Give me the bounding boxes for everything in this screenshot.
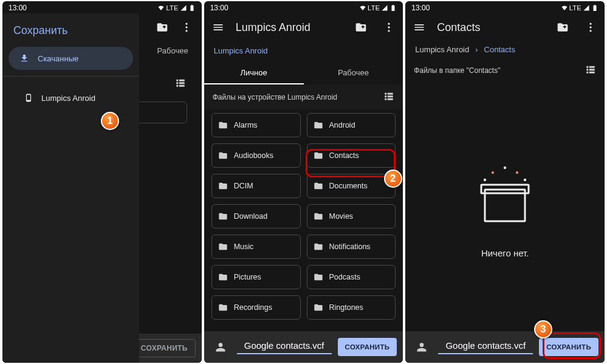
- phone-screen-3: 13:00 LTE Contacts Lumpics Anroid › Cont…: [405, 1, 605, 363]
- app-bar: Contacts: [405, 13, 605, 41]
- bottom-bar: Google contacts.vcf СОХРАНИТЬ: [204, 331, 403, 363]
- new-folder-icon[interactable]: [152, 17, 173, 38]
- breadcrumb-root[interactable]: Lumpics Anroid: [415, 45, 469, 54]
- new-folder-icon[interactable]: [351, 17, 371, 38]
- svg-point-5: [484, 179, 486, 181]
- folder-label: Ringtones: [329, 303, 363, 312]
- save-button-disabled: СОХРАНИТЬ: [133, 339, 196, 357]
- network-label: LTE: [569, 4, 581, 12]
- folder-icon: [218, 303, 228, 312]
- folder-item-podcasts[interactable]: Podcasts: [307, 265, 396, 289]
- folder-item-alarms[interactable]: Alarms: [211, 113, 301, 137]
- folder-label: Music: [234, 242, 254, 251]
- status-bar: 13:00 LTE: [204, 1, 403, 13]
- tab-work[interactable]: Рабочее: [304, 62, 403, 84]
- folder-item-notifications[interactable]: Notifications: [307, 235, 396, 259]
- drawer-title: Сохранить: [2, 13, 139, 47]
- profile-icon[interactable]: [210, 337, 231, 357]
- folder-icon: [314, 120, 323, 130]
- drawer-downloads-label: Скачанные: [38, 54, 78, 63]
- bg-tab-work[interactable]: Рабочее: [157, 46, 188, 55]
- clock: 13:00: [210, 4, 228, 12]
- folder-item-audiobooks[interactable]: Audiobooks: [211, 143, 301, 168]
- drawer-item-device[interactable]: Lumpics Anroid: [19, 88, 122, 108]
- folder-item-recordings[interactable]: Recordings: [211, 295, 301, 320]
- folder-item-android[interactable]: Android: [307, 113, 396, 137]
- status-icons: LTE: [561, 4, 598, 12]
- breadcrumb: Lumpics Anroid: [204, 41, 403, 62]
- view-list-icon[interactable]: [585, 64, 596, 77]
- folder-label: Recordings: [234, 303, 272, 312]
- more-icon[interactable]: [176, 17, 197, 38]
- breadcrumb-leaf[interactable]: Contacts: [484, 45, 515, 54]
- folder-label: Download: [234, 212, 268, 221]
- folder-label: Audiobooks: [234, 151, 273, 160]
- menu-icon[interactable]: [409, 17, 430, 38]
- folder-icon: [314, 151, 323, 160]
- save-button[interactable]: СОХРАНИТЬ: [539, 338, 598, 356]
- folder-grid: AlarmsAndroidAudiobooksContactsDCIMDocum…: [204, 109, 403, 326]
- folder-icon: [218, 211, 228, 221]
- folder-label: Contacts: [329, 151, 359, 160]
- wifi-icon: [359, 4, 366, 12]
- drawer-item-downloads[interactable]: Скачанные: [9, 47, 133, 70]
- folder-icon: [314, 303, 323, 312]
- folder-item-download[interactable]: Download: [211, 204, 301, 228]
- folder-label: Podcasts: [329, 273, 360, 281]
- files-in-label: Файлы в папке "Contacts": [414, 66, 500, 75]
- tabs: Личное Рабочее: [204, 62, 403, 84]
- battery-icon: [188, 4, 196, 12]
- profile-icon[interactable]: [411, 337, 432, 357]
- filename-input[interactable]: Google contacts.vcf: [237, 340, 332, 354]
- folder-icon: [218, 181, 228, 191]
- tab-personal[interactable]: Личное: [204, 62, 304, 84]
- callout-3: 3: [534, 320, 552, 338]
- clock: 13:00: [9, 4, 27, 12]
- empty-box-icon: [465, 154, 544, 233]
- breadcrumb-link[interactable]: Lumpics Anroid: [214, 46, 268, 55]
- filename-input[interactable]: Google contacts.vcf: [438, 340, 533, 354]
- callout-1: 1: [101, 112, 119, 130]
- wifi-icon: [157, 4, 165, 12]
- download-icon: [19, 53, 29, 63]
- more-icon[interactable]: [379, 17, 399, 38]
- menu-icon[interactable]: [208, 17, 228, 38]
- phone-screen-1: 13:00 LTE Рабочее GA Downloads: [2, 1, 202, 363]
- folder-label: Pictures: [234, 273, 261, 281]
- folder-icon: [314, 242, 323, 252]
- network-label: LTE: [166, 4, 178, 12]
- folder-item-documents[interactable]: Documents: [307, 174, 396, 198]
- breadcrumb: Lumpics Anroid › Contacts: [405, 41, 605, 59]
- page-title: Lumpics Anroid: [236, 21, 344, 34]
- folder-icon: [218, 272, 228, 282]
- device-files-header: Файлы на устройстве Lumpics Anroid: [204, 84, 403, 109]
- svg-rect-0: [485, 190, 525, 221]
- folder-header: Файлы в папке "Contacts": [405, 59, 605, 81]
- empty-state: Ничего нет.: [405, 81, 605, 331]
- signal-icon: [180, 4, 187, 12]
- phone-icon: [24, 92, 33, 104]
- folder-item-movies[interactable]: Movies: [307, 204, 396, 228]
- battery-icon: [389, 4, 397, 12]
- folder-icon: [218, 151, 228, 160]
- svg-point-6: [524, 179, 526, 181]
- new-folder-icon[interactable]: [552, 17, 573, 38]
- more-icon[interactable]: [580, 17, 601, 38]
- status-icons: LTE: [359, 4, 397, 12]
- folder-icon: [314, 272, 323, 282]
- folder-item-pictures[interactable]: Pictures: [211, 265, 301, 289]
- folder-item-contacts[interactable]: Contacts: [307, 143, 396, 168]
- folder-item-dcim[interactable]: DCIM: [211, 174, 301, 198]
- drawer-device-label: Lumpics Anroid: [41, 94, 95, 103]
- folder-icon: [218, 242, 228, 252]
- view-list-icon[interactable]: [175, 77, 186, 91]
- view-list-icon[interactable]: [383, 91, 394, 103]
- folder-item-ringtones[interactable]: Ringtones: [307, 295, 396, 320]
- folder-icon: [314, 211, 323, 221]
- folder-item-music[interactable]: Music: [211, 235, 301, 259]
- save-button[interactable]: СОХРАНИТЬ: [338, 338, 397, 356]
- status-bar: 13:00 LTE: [2, 1, 202, 13]
- folder-icon: [218, 120, 228, 130]
- callout-2: 2: [384, 170, 402, 188]
- wifi-icon: [561, 4, 568, 12]
